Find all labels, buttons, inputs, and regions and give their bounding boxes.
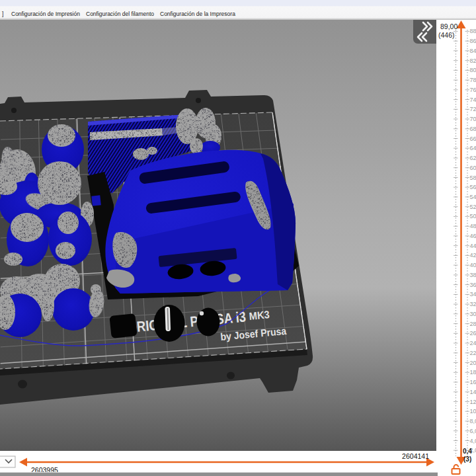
svg-text:60,: 60, bbox=[470, 165, 476, 171]
svg-text:89,00: 89,00 bbox=[440, 22, 457, 30]
svg-text:38,: 38, bbox=[470, 272, 476, 278]
svg-text:10,: 10, bbox=[470, 408, 476, 415]
svg-text:18,: 18, bbox=[470, 369, 476, 376]
svg-text:76,: 76, bbox=[470, 87, 476, 93]
svg-text:80,: 80, bbox=[470, 67, 476, 73]
svg-text:44,: 44, bbox=[470, 243, 476, 249]
svg-text:16,: 16, bbox=[470, 379, 476, 385]
svg-text:42,: 42, bbox=[470, 252, 476, 258]
svg-text:2604141: 2604141 bbox=[402, 452, 429, 460]
svg-text:74,: 74, bbox=[470, 97, 476, 103]
svg-text:12,: 12, bbox=[470, 399, 476, 405]
svg-text:64,: 64, bbox=[470, 145, 476, 151]
svg-text:54,: 54, bbox=[470, 194, 476, 200]
svg-text:56,: 56, bbox=[470, 184, 476, 190]
svg-text:14,: 14, bbox=[470, 389, 476, 395]
svg-text:48,: 48, bbox=[470, 223, 476, 229]
svg-text:78,: 78, bbox=[470, 77, 476, 83]
svg-text:32,: 32, bbox=[470, 301, 476, 307]
svg-text:(3): (3) bbox=[463, 456, 471, 463]
svg-text:22,: 22, bbox=[470, 350, 476, 356]
svg-text:84,: 84, bbox=[470, 48, 476, 54]
svg-text:82,: 82, bbox=[470, 58, 476, 64]
svg-text:34,: 34, bbox=[470, 291, 476, 298]
svg-text:0,4: 0,4 bbox=[463, 448, 472, 455]
svg-text:24,: 24, bbox=[470, 340, 476, 346]
svg-text:36,: 36, bbox=[470, 282, 476, 288]
svg-text:(446): (446) bbox=[438, 31, 455, 39]
svg-text:30,: 30, bbox=[470, 311, 476, 317]
svg-text:46,: 46, bbox=[470, 233, 476, 239]
svg-text:66,: 66, bbox=[470, 136, 476, 142]
svg-text:20,: 20, bbox=[470, 360, 476, 366]
svg-text:6,0: 6,0 bbox=[470, 428, 476, 434]
svg-text:40,: 40, bbox=[470, 262, 476, 268]
svg-text:50,: 50, bbox=[470, 213, 476, 219]
svg-text:86,: 86, bbox=[470, 38, 476, 44]
svg-text:MK3: MK3 bbox=[249, 309, 270, 322]
svg-text:28,: 28, bbox=[470, 321, 476, 327]
svg-text:70,: 70, bbox=[470, 116, 476, 122]
svg-text:58,: 58, bbox=[470, 175, 476, 181]
svg-text:68,: 68, bbox=[470, 126, 476, 132]
svg-text:72,: 72, bbox=[470, 106, 476, 112]
svg-text:62,: 62, bbox=[470, 155, 476, 161]
svg-text:26,: 26, bbox=[470, 330, 476, 337]
svg-text:88,: 88, bbox=[470, 28, 476, 34]
svg-text:8,0: 8,0 bbox=[470, 418, 476, 424]
svg-text:4,0: 4,0 bbox=[470, 438, 476, 444]
svg-text:52,: 52, bbox=[470, 204, 476, 210]
